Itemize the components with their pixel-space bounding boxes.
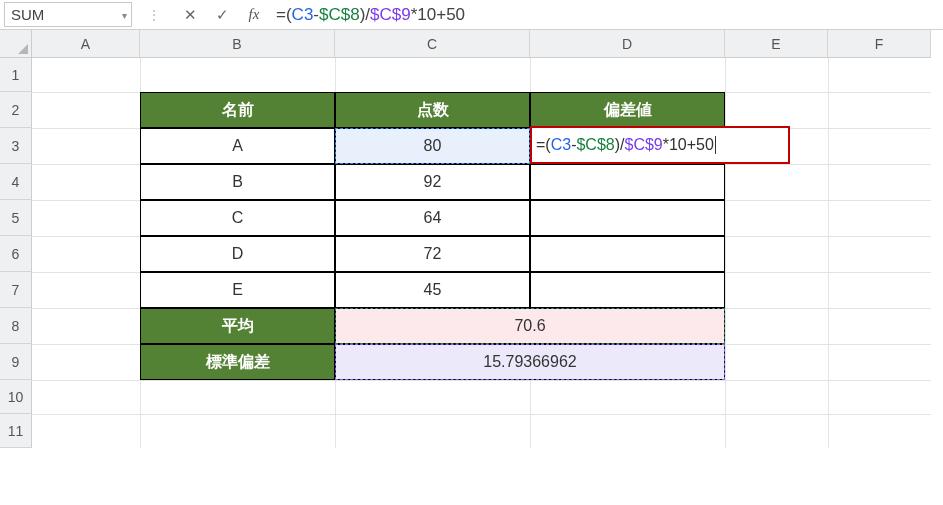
row-header-8[interactable]: 8 [0,308,32,344]
formula-bar-separator: ⋮ [134,0,174,29]
row-header-2[interactable]: 2 [0,92,32,128]
cell-b9-std-label[interactable]: 標準偏差 [140,344,335,380]
row-header-6[interactable]: 6 [0,236,32,272]
text-cursor [715,136,716,154]
chevron-down-icon[interactable]: ▾ [122,9,127,20]
cell-b3[interactable]: A [140,128,335,164]
col-header-c[interactable]: C [335,30,530,58]
row-header-1[interactable]: 1 [0,58,32,92]
row-header-10[interactable]: 10 [0,380,32,414]
cell-avg-value[interactable]: 70.6 [335,308,725,344]
insert-function-button[interactable]: fx [238,0,270,29]
col-header-d[interactable]: D [530,30,725,58]
editing-cell-d3[interactable]: =(C3-$C$8)/$C$9*10+50 [530,126,790,164]
cell-b7[interactable]: E [140,272,335,308]
row-header-9[interactable]: 9 [0,344,32,380]
name-box[interactable]: SUM ▾ [4,2,132,27]
cell-b6[interactable]: D [140,236,335,272]
row-header-4[interactable]: 4 [0,164,32,200]
cell-c4[interactable]: 92 [335,164,530,200]
worksheet[interactable]: A B C D E F 1 2 3 4 5 6 7 8 9 10 11 [0,30,943,505]
table-header-dev[interactable]: 偏差値 [530,92,725,128]
cell-b4[interactable]: B [140,164,335,200]
cell-d5[interactable] [530,200,725,236]
cell-c6[interactable]: 72 [335,236,530,272]
cell-c7[interactable]: 45 [335,272,530,308]
cell-std-value[interactable]: 15.79366962 [335,344,725,380]
column-headers: A B C D E F [32,30,943,58]
col-header-e[interactable]: E [725,30,828,58]
name-box-value: SUM [11,6,44,23]
editing-formula-text: =(C3-$C$8)/$C$9*10+50 [536,136,716,155]
cell-grid[interactable]: 名前 点数 偏差値 A 80 B 92 C 64 D 72 E 45 平 [32,58,931,448]
cell-d4[interactable] [530,164,725,200]
row-header-5[interactable]: 5 [0,200,32,236]
cell-b5[interactable]: C [140,200,335,236]
table-header-score[interactable]: 点数 [335,92,530,128]
formula-bar: SUM ▾ ⋮ ✕ ✓ fx =(C3-$C$8)/$C$9*10+50 [0,0,943,30]
row-header-3[interactable]: 3 [0,128,32,164]
x-icon: ✕ [184,6,197,24]
col-header-b[interactable]: B [140,30,335,58]
formula-text: =(C3-$C$8)/$C$9*10+50 [276,5,465,25]
confirm-formula-button[interactable]: ✓ [206,0,238,29]
row-header-11[interactable]: 11 [0,414,32,448]
fx-icon: fx [249,6,260,23]
table-header-name[interactable]: 名前 [140,92,335,128]
cell-d7[interactable] [530,272,725,308]
row-headers: 1 2 3 4 5 6 7 8 9 10 11 [0,58,32,448]
formula-bar-input[interactable]: =(C3-$C$8)/$C$9*10+50 [270,0,943,29]
col-header-a[interactable]: A [32,30,140,58]
row-header-7[interactable]: 7 [0,272,32,308]
cell-c3[interactable]: 80 [335,128,530,164]
col-header-f[interactable]: F [828,30,931,58]
check-icon: ✓ [216,6,229,24]
cell-b8-avg-label[interactable]: 平均 [140,308,335,344]
select-all-corner[interactable] [0,30,32,58]
cancel-formula-button[interactable]: ✕ [174,0,206,29]
cell-d6[interactable] [530,236,725,272]
cell-c5[interactable]: 64 [335,200,530,236]
